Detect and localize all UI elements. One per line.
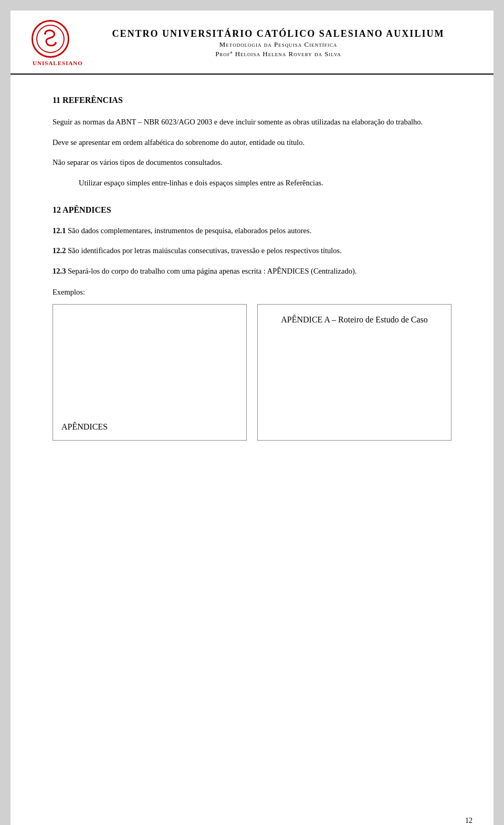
institution-title: Centro Universitário Católico Salesiano … bbox=[84, 28, 472, 39]
section-11-para-2: Deve se apresentar em ordem alfabética d… bbox=[52, 136, 452, 149]
examples-label: Exemplos: bbox=[52, 288, 452, 297]
section-11-para-1: Seguir as normas da ABNT – NBR 6023/AGO … bbox=[52, 116, 452, 129]
svg-point-1 bbox=[44, 33, 46, 35]
page-number: 12 bbox=[465, 817, 472, 825]
header: UNISALESIANO Centro Universitário Católi… bbox=[10, 11, 494, 75]
example-box-1-text: APÊNDICES bbox=[61, 422, 108, 431]
section-12-item-2: 12.2 São identificados por letras maiúsc… bbox=[52, 244, 452, 257]
section-12-item-2-text: São identificados por letras maiúsculas … bbox=[68, 246, 342, 255]
section-12-item-3-text: Separá-los do corpo do trabalho com uma … bbox=[68, 267, 356, 275]
logo-area: UNISALESIANO bbox=[32, 20, 84, 66]
svg-point-2 bbox=[55, 42, 57, 44]
svg-point-0 bbox=[37, 25, 64, 53]
section-11-para-3: Não separar os vários tipos de documento… bbox=[52, 156, 452, 169]
section-11-heading: 11 REFERÊNCIAS bbox=[52, 96, 452, 105]
section-12-item-3-num: 12.3 bbox=[52, 267, 66, 275]
section-11-para-4: Utilizar espaço simples entre-linhas e d… bbox=[52, 176, 452, 190]
logo-text: UNISALESIANO bbox=[32, 60, 84, 66]
section-12-item-2-num: 12.2 bbox=[52, 246, 66, 255]
example-box-1-label: APÊNDICES bbox=[61, 422, 108, 432]
section-12-heading: 12 APÊNDICES bbox=[52, 205, 452, 215]
logo-icon bbox=[35, 23, 66, 55]
example-box-2-text: APÊNDICE A – Roteiro de Estudo de Caso bbox=[263, 315, 446, 325]
course-title: Metodologia da Pesquisa Científica bbox=[84, 40, 472, 49]
logo-circle bbox=[32, 20, 69, 58]
header-titles: Centro Universitário Católico Salesiano … bbox=[84, 28, 472, 58]
example-box-1: APÊNDICES bbox=[52, 304, 247, 441]
section-12-item-1-num: 12.1 bbox=[52, 226, 66, 235]
examples-boxes: APÊNDICES APÊNDICE A – Roteiro de Estudo… bbox=[52, 304, 452, 441]
section-12-item-1-text: São dados complementares, instrumentos d… bbox=[68, 226, 311, 235]
author-title: Profª Heloisa Helena Rovery da Silva bbox=[84, 50, 472, 58]
section-12-item-3: 12.3 Separá-los do corpo do trabalho com… bbox=[52, 265, 452, 278]
page: UNISALESIANO Centro Universitário Católi… bbox=[10, 11, 494, 825]
content: 11 REFERÊNCIAS Seguir as normas da ABNT … bbox=[10, 75, 494, 462]
example-box-2-label: APÊNDICE A – Roteiro de Estudo de Caso bbox=[258, 315, 451, 325]
examples-section: Exemplos: APÊNDICES APÊNDICE A – Roteiro… bbox=[52, 288, 452, 441]
section-12-item-1: 12.1 São dados complementares, instrumen… bbox=[52, 224, 452, 237]
example-box-2: APÊNDICE A – Roteiro de Estudo de Caso bbox=[257, 304, 452, 441]
